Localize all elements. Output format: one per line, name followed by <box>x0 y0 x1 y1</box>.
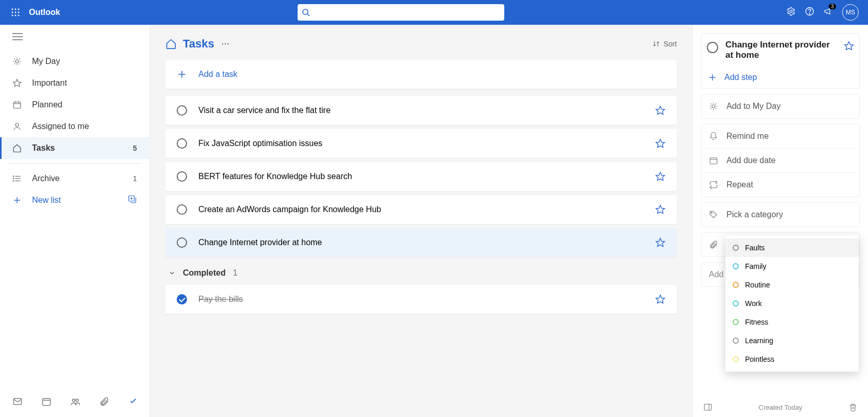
category-item[interactable]: Routine <box>725 276 859 294</box>
remind-me-button[interactable]: Remind me <box>702 124 859 148</box>
task-row[interactable]: Create an AdWords campaign for Knowledge… <box>165 195 677 224</box>
svg-marker-53 <box>656 106 665 115</box>
delete-task-icon[interactable] <box>848 403 858 412</box>
star-icon[interactable] <box>655 171 665 182</box>
svg-point-2 <box>18 9 20 10</box>
avatar[interactable]: MS <box>842 4 859 21</box>
category-item[interactable]: Family <box>725 257 859 276</box>
svg-line-70 <box>716 104 717 105</box>
home-icon <box>12 143 22 153</box>
sidebar-item-tasks[interactable]: Tasks 5 <box>0 137 149 159</box>
svg-point-31 <box>16 123 19 126</box>
add-step-button[interactable]: Add step <box>702 67 859 88</box>
category-color-dot <box>733 338 739 344</box>
task-row[interactable]: BERT features for Knowledge Hub search <box>165 162 677 191</box>
svg-point-4 <box>15 12 17 13</box>
mail-icon[interactable] <box>12 396 23 409</box>
page-title: Tasks <box>183 37 214 51</box>
task-complete-toggle[interactable] <box>177 138 187 149</box>
category-item[interactable]: Fitness <box>725 313 859 331</box>
task-complete-toggle[interactable] <box>177 237 187 248</box>
sidebar-item-planned[interactable]: Planned <box>0 94 149 116</box>
sort-icon <box>652 40 660 48</box>
sidebar-item-label: Important <box>32 78 67 88</box>
more-icon[interactable] <box>221 39 230 49</box>
repeat-button[interactable]: Repeat <box>702 172 859 197</box>
star-icon[interactable] <box>844 41 854 51</box>
task-complete-toggle[interactable] <box>707 42 718 53</box>
category-color-dot <box>733 319 739 325</box>
category-item[interactable]: Work <box>725 294 859 313</box>
category-name: Routine <box>745 281 770 289</box>
app-name: Outlook <box>29 8 60 17</box>
task-row[interactable]: Visit a car service and fix the flat tir… <box>165 96 677 125</box>
search-input[interactable] <box>310 8 500 17</box>
category-item[interactable]: Pointless <box>725 350 859 368</box>
people-icon[interactable] <box>70 396 81 409</box>
pick-category-button[interactable]: Pick a category <box>702 203 859 227</box>
svg-point-13 <box>809 13 810 14</box>
svg-point-46 <box>72 399 75 402</box>
task-complete-toggle[interactable] <box>177 204 187 215</box>
star-icon[interactable] <box>655 138 665 149</box>
new-list-label: New list <box>32 196 61 205</box>
sort-button[interactable]: Sort <box>652 40 677 48</box>
detail-task-title[interactable]: Change Internet provider at home <box>725 40 836 60</box>
sidebar-item-important[interactable]: Important <box>0 72 149 94</box>
svg-line-67 <box>711 104 712 105</box>
plus-icon <box>708 73 717 82</box>
row-label: Add due date <box>726 156 776 165</box>
star-icon[interactable] <box>655 105 665 116</box>
megaphone-icon[interactable]: 3 <box>824 7 833 18</box>
clip-icon <box>709 240 718 249</box>
todo-icon[interactable] <box>128 396 138 409</box>
task-title: Create an AdWords campaign for Knowledge… <box>198 205 381 214</box>
help-icon[interactable] <box>805 7 814 18</box>
calendar-footer-icon[interactable] <box>41 396 52 409</box>
svg-line-23 <box>19 63 20 65</box>
add-due-date-button[interactable]: Add due date <box>702 148 859 172</box>
star-icon[interactable] <box>655 237 665 248</box>
task-complete-toggle[interactable] <box>177 171 187 182</box>
row-label: Pick a category <box>726 210 783 219</box>
category-item[interactable]: Learning <box>725 331 859 350</box>
task-title: BERT features for Knowledge Hub search <box>198 172 352 181</box>
plus-icon <box>12 196 22 205</box>
svg-point-50 <box>227 43 228 44</box>
tag-icon <box>709 210 718 219</box>
category-color-dot <box>733 245 739 251</box>
svg-point-73 <box>711 212 712 213</box>
calendar-icon <box>12 100 22 109</box>
task-title: Fix JavaScript optimisation issues <box>198 139 322 148</box>
hamburger-icon[interactable] <box>12 33 137 42</box>
add-task-input[interactable]: Add a task <box>165 60 677 89</box>
add-task-label: Add a task <box>198 70 238 79</box>
task-row[interactable]: Pay the bills <box>165 285 677 314</box>
new-list-button[interactable]: New list <box>0 189 149 211</box>
sidebar-item-assigned[interactable]: Assigned to me <box>0 116 149 137</box>
category-name: Fitness <box>745 318 768 326</box>
svg-marker-58 <box>656 295 665 303</box>
svg-point-37 <box>13 181 14 182</box>
category-item[interactable]: Faults <box>725 238 859 257</box>
hide-detail-icon[interactable] <box>703 403 712 412</box>
add-to-myday-button[interactable]: Add to My Day <box>702 94 859 118</box>
star-icon <box>12 78 22 88</box>
category-color-dot <box>733 356 739 362</box>
search-box[interactable] <box>298 4 504 21</box>
app-launcher-icon[interactable] <box>5 8 26 17</box>
svg-line-25 <box>19 58 20 59</box>
task-complete-toggle[interactable] <box>177 105 187 116</box>
task-row[interactable]: Change Internet provider at home <box>165 228 677 257</box>
svg-point-0 <box>12 9 13 10</box>
completed-toggle[interactable]: Completed 1 <box>165 261 677 285</box>
star-icon[interactable] <box>655 294 665 304</box>
task-complete-toggle[interactable] <box>177 294 187 304</box>
attach-icon[interactable] <box>99 396 110 409</box>
sidebar-item-archive[interactable]: Archive 1 <box>0 168 149 189</box>
sidebar-item-myday[interactable]: My Day <box>0 51 149 72</box>
task-row[interactable]: Fix JavaScript optimisation issues <box>165 129 677 158</box>
new-group-icon[interactable] <box>128 195 137 206</box>
star-icon[interactable] <box>655 204 665 215</box>
settings-icon[interactable] <box>786 7 796 18</box>
